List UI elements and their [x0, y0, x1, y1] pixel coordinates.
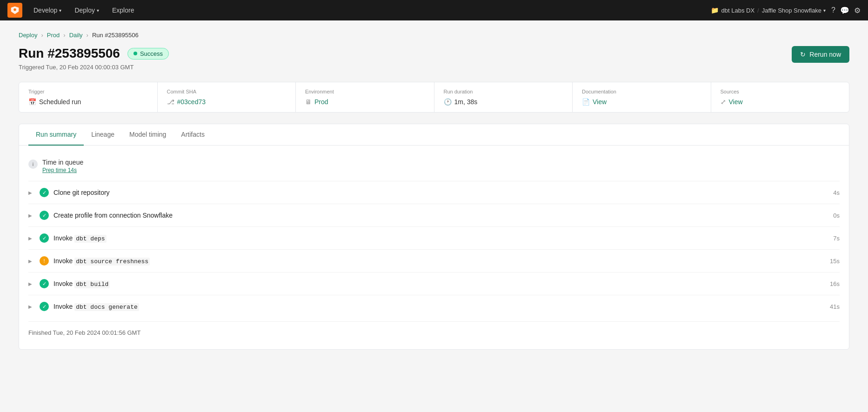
clock-icon: 🕐: [444, 98, 452, 106]
nav-right: 📁 dbt Labs DX / Jaffle Shop Snowflake ▾ …: [711, 6, 861, 15]
git-icon: ⎇: [167, 98, 174, 106]
dbt-logo: [7, 3, 22, 18]
nav-develop[interactable]: Develop ▾: [28, 4, 67, 17]
chevron-down-icon: ▾: [97, 8, 99, 13]
workspace-info: 📁 dbt Labs DX / Jaffle Shop Snowflake ▾: [711, 7, 826, 14]
expand-icon[interactable]: ▶: [28, 236, 35, 241]
expand-icon[interactable]: ▶: [28, 213, 35, 218]
rerun-button[interactable]: ↻ Rerun now: [792, 46, 849, 63]
main-card: Run summary Lineage Model timing Artifac…: [19, 124, 849, 350]
info-trigger: Trigger 📅 Scheduled run: [19, 82, 158, 112]
settings-icon[interactable]: ⚙: [854, 6, 861, 15]
step-duration: 15s: [821, 258, 840, 265]
tab-run-summary[interactable]: Run summary: [28, 124, 84, 146]
step-name: Invoke dbt docs generate: [53, 303, 816, 311]
expand-icon[interactable]: ▶: [28, 190, 35, 195]
rerun-icon: ↻: [800, 51, 806, 58]
calendar-icon: 📅: [28, 98, 36, 106]
breadcrumb-daily[interactable]: Daily: [69, 32, 83, 39]
step-duration: 4s: [821, 189, 840, 196]
steps-container: i Time in queue Prep time 14s ▶ ✓ Clone …: [19, 146, 849, 349]
info-sources: Sources ⤢ View: [711, 82, 849, 112]
folder-icon: 📁: [711, 7, 719, 14]
nav-explore[interactable]: Explore: [107, 4, 140, 17]
step-row: ▶ ✓ Invoke dbt build 16s: [28, 272, 840, 295]
help-icon[interactable]: ?: [831, 6, 835, 14]
svg-point-0: [13, 8, 16, 11]
chevron-down-icon: ▾: [59, 8, 61, 13]
step-status-icon: ✓: [40, 302, 49, 311]
finished-time: Finished Tue, 20 Feb 2024 00:01:56 GMT: [28, 321, 840, 338]
step-row: ▶ ✓ Clone git repository 4s: [28, 181, 840, 204]
time-in-queue-row: i Time in queue Prep time 14s: [28, 153, 840, 181]
expand-icon[interactable]: ▶: [28, 304, 35, 309]
step-status-icon: ✓: [40, 279, 49, 288]
environment-link[interactable]: Prod: [314, 98, 328, 106]
doc-icon: 📄: [582, 98, 590, 106]
top-icons: ? 💬 ⚙: [831, 6, 861, 15]
queue-icon: i: [28, 159, 38, 169]
breadcrumb-current: Run #253895506: [92, 32, 139, 39]
run-title: Run #253895506: [19, 46, 120, 61]
step-duration: 16s: [821, 280, 840, 287]
expand-icon[interactable]: ▶: [28, 281, 35, 286]
step-duration: 41s: [821, 303, 840, 310]
documentation-link[interactable]: View: [593, 98, 607, 106]
step-row: ▶ ✓ Create profile from connection Snowf…: [28, 204, 840, 226]
chevron-down-icon: ▾: [823, 8, 826, 13]
main-content: Deploy › Prod › Daily › Run #253895506 R…: [0, 20, 868, 361]
step-row: ▶ ✓ Invoke dbt docs generate 41s: [28, 295, 840, 318]
info-commit-sha: Commit SHA ⎇ #03ced73: [158, 82, 296, 112]
chat-icon[interactable]: 💬: [840, 6, 849, 15]
status-dot-icon: [134, 52, 137, 55]
commit-sha-link[interactable]: #03ced73: [177, 98, 206, 106]
tabs-bar: Run summary Lineage Model timing Artifac…: [19, 124, 849, 146]
step-name: Clone git repository: [53, 189, 816, 196]
step-duration: 7s: [821, 235, 840, 242]
tab-artifacts[interactable]: Artifacts: [174, 124, 212, 146]
run-header: Run #253895506 Success: [19, 46, 169, 61]
step-status-icon: ✓: [40, 188, 49, 197]
breadcrumb: Deploy › Prod › Daily › Run #253895506: [19, 32, 849, 39]
project-selector[interactable]: Jaffle Shop Snowflake ▾: [762, 7, 826, 14]
nav-left: Develop ▾ Deploy ▾ Explore: [7, 3, 140, 18]
server-icon: 🖥: [305, 98, 312, 106]
step-status-icon: ✓: [40, 211, 49, 220]
info-environment: Environment 🖥 Prod: [296, 82, 434, 112]
info-run-duration: Run duration 🕐 1m, 38s: [434, 82, 573, 112]
sources-link[interactable]: View: [729, 98, 743, 106]
info-documentation: Documentation 📄 View: [573, 82, 711, 112]
tab-model-timing[interactable]: Model timing: [122, 124, 174, 146]
info-row: Trigger 📅 Scheduled run Commit SHA ⎇ #03…: [19, 82, 849, 113]
nav-deploy[interactable]: Deploy ▾: [69, 4, 105, 17]
prep-time-link[interactable]: Prep time 14s: [42, 167, 83, 173]
run-header-row: Run #253895506 Success Triggered Tue, 20…: [19, 46, 849, 82]
step-status-icon: !: [40, 256, 49, 266]
breadcrumb-prod[interactable]: Prod: [47, 32, 60, 39]
run-header-left: Run #253895506 Success Triggered Tue, 20…: [19, 46, 169, 82]
step-name: Invoke dbt source freshness: [53, 257, 816, 265]
step-status-icon: ✓: [40, 233, 49, 243]
step-row: ▶ ✓ Invoke dbt deps 7s: [28, 226, 840, 249]
expand-icon[interactable]: ▶: [28, 259, 35, 264]
sources-icon: ⤢: [721, 98, 726, 106]
step-name: Invoke dbt deps: [53, 234, 816, 242]
step-name: Create profile from connection Snowflake: [53, 212, 816, 219]
breadcrumb-deploy[interactable]: Deploy: [19, 32, 37, 39]
step-duration: 0s: [821, 212, 840, 219]
step-row: ▶ ! Invoke dbt source freshness 15s: [28, 249, 840, 272]
step-name: Invoke dbt build: [53, 280, 816, 288]
status-badge: Success: [127, 48, 169, 60]
top-navigation: Develop ▾ Deploy ▾ Explore 📁 dbt Labs DX…: [0, 0, 868, 20]
run-triggered-time: Triggered Tue, 20 Feb 2024 00:00:03 GMT: [19, 64, 169, 71]
queue-title: Time in queue: [42, 159, 83, 166]
tab-lineage[interactable]: Lineage: [84, 124, 122, 146]
